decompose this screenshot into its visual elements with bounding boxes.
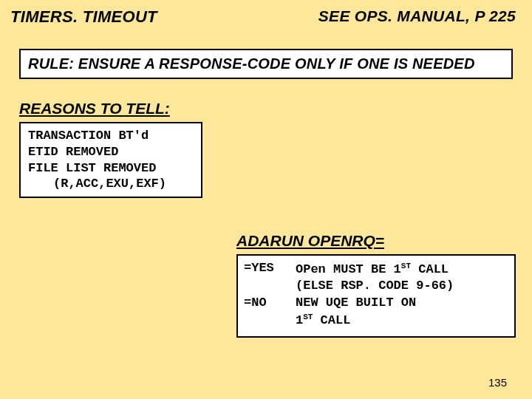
adarun-value: NEW UQE BUILT ON [296,295,508,311]
reasons-line: TRANSACTION BT'd [28,128,194,144]
adarun-row: =YES OPen MUST BE 1ST CALL [244,260,508,278]
rule-text: RULE: ENSURE A RESPONSE-CODE ONLY IF ONE… [28,55,504,72]
superscript: ST [401,262,411,270]
reasons-heading: REASONS TO TELL: [19,100,532,117]
slide-title: TIMERS. TIMEOUT [10,7,157,27]
adarun-row: (ELSE RSP. CODE 9-66) [244,278,508,294]
adarun-key [244,278,296,294]
adarun-heading: ADARUN OPENRQ= [236,232,384,250]
reasons-line: (R,ACC,EXU,EXF) [28,176,194,192]
adarun-value: (ELSE RSP. CODE 9-66) [296,278,508,294]
adarun-value: 1ST CALL [296,311,508,329]
adarun-key: =YES [244,260,296,278]
adarun-row: =NO NEW UQE BUILT ON [244,295,508,311]
reasons-line: FILE LIST REMOVED [28,160,194,177]
adarun-value: OPen MUST BE 1ST CALL [296,260,508,278]
adarun-key: =NO [244,295,296,311]
superscript: ST [303,313,313,321]
header: TIMERS. TIMEOUT SEE OPS. MANUAL, P 225 [0,0,532,27]
manual-reference: SEE OPS. MANUAL, P 225 [318,7,516,25]
adarun-row: 1ST CALL [244,311,508,329]
rule-box: RULE: ENSURE A RESPONSE-CODE ONLY IF ONE… [19,49,513,79]
adarun-key [244,311,296,329]
page-number: 135 [488,376,507,389]
reasons-line: ETID REMOVED [28,144,194,160]
adarun-box: =YES OPen MUST BE 1ST CALL (ELSE RSP. CO… [236,254,516,338]
reasons-box: TRANSACTION BT'd ETID REMOVED FILE LIST … [19,122,202,198]
